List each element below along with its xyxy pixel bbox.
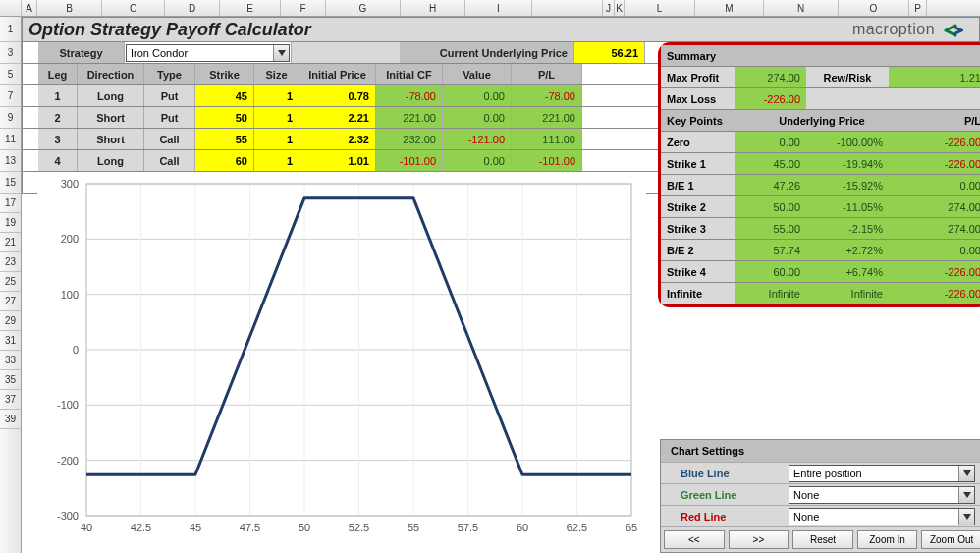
rew-risk: 1.21 — [889, 67, 980, 87]
keypoint-underlying: 0.00 — [735, 132, 806, 152]
summary-row: InfiniteInfiniteInfinite-226.00 — [661, 283, 980, 304]
row-35[interactable]: 35 — [0, 370, 21, 390]
prev-button[interactable]: << — [664, 530, 725, 549]
keypoint-pct: -11.05% — [806, 196, 889, 217]
row-33[interactable]: 33 — [0, 351, 21, 370]
leg-initial-price[interactable]: 1.01 — [299, 150, 376, 171]
brand-logo: macroption — [852, 21, 963, 38]
col-E[interactable]: E — [220, 0, 281, 16]
svg-text:57.5: 57.5 — [458, 522, 478, 533]
svg-text:47.5: 47.5 — [240, 522, 260, 533]
row-37[interactable]: 37 — [0, 390, 21, 410]
leg-direction[interactable]: Short — [78, 107, 144, 128]
col-I2[interactable] — [532, 0, 603, 16]
keypoint-underlying: Infinite — [735, 283, 806, 304]
row-29[interactable]: 29 — [0, 311, 21, 331]
strategy-dropdown[interactable]: Iron Condor — [126, 44, 290, 62]
svg-text:40: 40 — [81, 522, 92, 533]
leg-size[interactable]: 1 — [254, 129, 299, 149]
leg-type[interactable]: Put — [144, 85, 195, 106]
col-initial-cf: Initial CF — [376, 64, 443, 84]
col-M[interactable]: M — [695, 0, 764, 16]
leg-direction[interactable]: Short — [78, 129, 144, 149]
reset-button[interactable]: Reset — [792, 530, 853, 549]
row-9[interactable]: 9 — [0, 107, 21, 129]
row-21[interactable]: 21 — [0, 233, 21, 252]
leg-strike[interactable]: 45 — [195, 85, 254, 106]
row-11[interactable]: 11 — [0, 129, 21, 150]
col-K[interactable]: K — [615, 0, 625, 16]
row-19[interactable]: 19 — [0, 213, 21, 233]
row-27[interactable]: 27 — [0, 292, 21, 311]
leg-strike[interactable]: 50 — [195, 107, 254, 128]
svg-text:65: 65 — [626, 522, 637, 533]
keypoint-pl: 274.00 — [889, 196, 980, 217]
leg-strike[interactable]: 55 — [195, 129, 254, 149]
col-A[interactable]: A — [22, 0, 37, 16]
next-button[interactable]: >> — [729, 530, 789, 549]
svg-text:52.5: 52.5 — [349, 522, 369, 533]
leg-type[interactable]: Put — [144, 107, 195, 128]
row-17[interactable]: 17 — [0, 194, 21, 213]
row-15[interactable]: 15 — [0, 172, 21, 194]
leg-size[interactable]: 1 — [254, 150, 299, 171]
red-line-dropdown[interactable]: None — [789, 508, 975, 525]
leg-number: 1 — [38, 85, 78, 106]
keypoint-label: Zero — [661, 132, 735, 152]
keypoint-pl: -226.00 — [889, 153, 980, 174]
col-D[interactable]: D — [165, 0, 220, 16]
leg-direction[interactable]: Long — [78, 85, 144, 106]
row-31[interactable]: 31 — [0, 331, 21, 351]
row-39[interactable]: 39 — [0, 410, 21, 429]
col-J[interactable]: J — [603, 0, 615, 16]
col-P[interactable]: P — [909, 0, 927, 16]
row-headers: 1 3 5 7 9 11 13 15 17 19 21 23 25 27 29 … — [0, 17, 22, 553]
keypoint-underlying: 60.00 — [735, 261, 806, 282]
keypoint-pct: +2.72% — [806, 240, 889, 260]
col-F[interactable]: F — [281, 0, 326, 16]
col-H[interactable]: H — [401, 0, 465, 16]
col-O[interactable]: O — [839, 0, 909, 16]
chevron-down-icon — [958, 466, 974, 481]
green-line-dropdown[interactable]: None — [789, 486, 975, 504]
keypoint-label: Strike 1 — [661, 153, 735, 174]
col-I[interactable]: I — [465, 0, 532, 16]
svg-text:62.5: 62.5 — [567, 522, 587, 533]
col-B[interactable]: B — [37, 0, 102, 16]
col-N[interactable]: N — [764, 0, 839, 16]
svg-text:200: 200 — [61, 233, 79, 245]
leg-cf: -101.00 — [376, 150, 443, 171]
leg-direction[interactable]: Long — [78, 150, 144, 171]
leg-cf: -78.00 — [376, 85, 443, 106]
underlying-header: Underlying Price — [735, 110, 908, 131]
leg-initial-price[interactable]: 0.78 — [299, 85, 376, 106]
leg-initial-price[interactable]: 2.32 — [299, 129, 376, 149]
keypoint-label: Strike 3 — [661, 218, 735, 239]
row-23[interactable]: 23 — [0, 252, 21, 272]
row-13[interactable]: 13 — [0, 150, 21, 172]
svg-text:45: 45 — [190, 522, 201, 533]
row-5[interactable]: 5 — [0, 64, 21, 85]
zoom-out-button[interactable]: Zoom Out — [921, 530, 980, 549]
max-profit: 274.00 — [735, 67, 806, 87]
row-7[interactable]: 7 — [0, 85, 21, 107]
leg-initial-price[interactable]: 2.21 — [299, 107, 376, 128]
leg-size[interactable]: 1 — [254, 85, 299, 106]
red-line-label: Red Line — [661, 511, 789, 523]
col-L[interactable]: L — [625, 0, 695, 16]
col-G[interactable]: G — [326, 0, 401, 16]
zoom-in-button[interactable]: Zoom In — [857, 530, 918, 549]
keypoint-underlying: 57.74 — [735, 240, 806, 260]
row-25[interactable]: 25 — [0, 272, 21, 292]
row-3[interactable]: 3 — [0, 42, 21, 64]
leg-type[interactable]: Call — [144, 129, 195, 149]
leg-strike[interactable]: 60 — [195, 150, 254, 171]
row-1[interactable]: 1 — [0, 17, 21, 42]
blue-line-dropdown[interactable]: Entire position — [789, 465, 975, 482]
leg-size[interactable]: 1 — [254, 107, 299, 128]
keypoint-pl: -226.00 — [889, 132, 980, 152]
leg-pl: 221.00 — [512, 107, 582, 128]
leg-type[interactable]: Call — [144, 150, 195, 171]
col-C[interactable]: C — [102, 0, 165, 16]
underlying-price[interactable]: 56.21 — [574, 42, 645, 63]
